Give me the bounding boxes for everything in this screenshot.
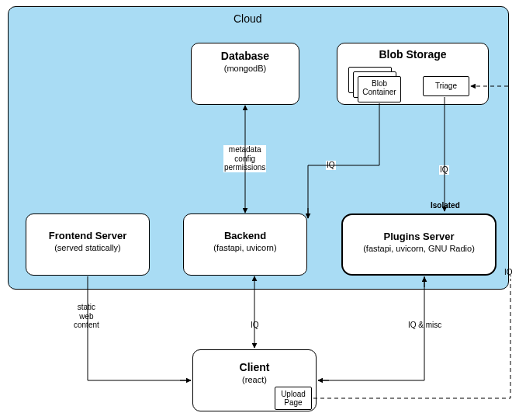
blob-storage-title: Blob Storage [337,48,488,61]
architecture-diagram: Cloud Database (mongodB) Blob Storage Bl… [0,0,519,420]
node-backend: Backend (fastapi, uvicorn) [183,213,307,276]
edge-db-backend-label: metadata config permissions [223,145,266,172]
node-database: Database (mongodB) [191,43,299,105]
edge-plugins-client-label: IQ & misc [407,321,442,330]
backend-title: Backend [184,230,306,241]
client-title: Client [193,361,316,373]
triage-box: Triage [423,76,469,96]
cloud-title: Cloud [233,12,263,25]
plugins-title: Plugins Server [343,231,495,242]
edge-backend-client-label: IQ [250,321,260,330]
database-title: Database [192,50,299,62]
edge-blob-backend-label: IQ [326,161,336,170]
upload-page: UploadPage [275,387,312,410]
edge-blob-plugins-label: IQ [439,165,449,175]
isolated-tag: Isolated [430,201,461,210]
backend-sub: (fastapi, uvicorn) [184,243,306,252]
edge-upload-iq [313,279,510,398]
plugins-sub: (fastapi, uvicorn, GNU Radio) [343,244,495,253]
database-sub: (mongodB) [192,64,299,73]
edge-frontend-client-label: static web content [73,303,100,330]
node-frontend: Frontend Server (served statically) [26,213,150,276]
frontend-sub: (served statically) [26,243,149,252]
client-sub: (react) [193,375,316,384]
blob-container: BlobContainer [358,76,401,102]
frontend-title: Frontend Server [26,230,149,241]
node-plugins: Plugins Server (fastapi, uvicorn, GNU Ra… [341,213,497,276]
edge-triage-iq-label: IQ [503,268,514,277]
edge-frontend-client [88,276,191,380]
